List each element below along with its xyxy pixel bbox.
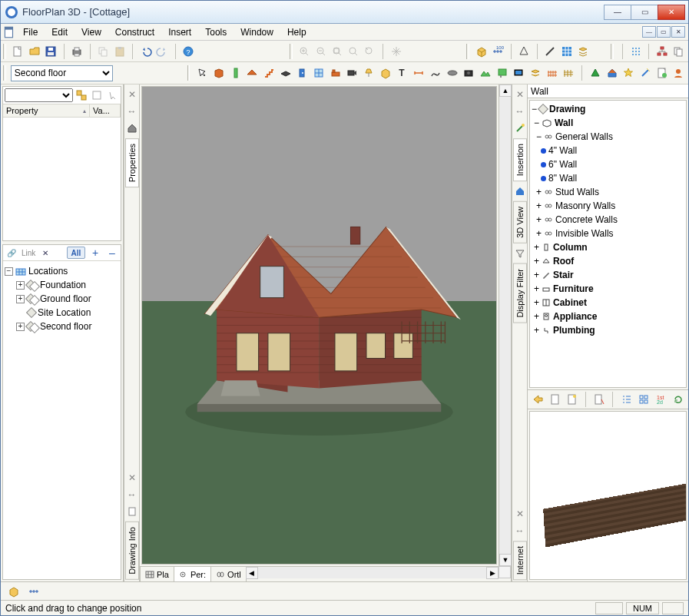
floor-select[interactable]: Second floor bbox=[11, 65, 113, 81]
add-location-button[interactable]: + bbox=[88, 247, 102, 259]
scroll-up-button[interactable]: ▲ bbox=[499, 84, 512, 97]
tree-expand[interactable]: + bbox=[534, 325, 539, 336]
window-tool-button[interactable] bbox=[311, 65, 326, 81]
render-button[interactable] bbox=[588, 65, 603, 81]
selection-tool-button[interactable] bbox=[194, 65, 210, 81]
lib-cat[interactable]: Stair bbox=[553, 270, 574, 280]
tree-expand[interactable]: + bbox=[536, 228, 542, 239]
tree-collapse[interactable]: − bbox=[532, 104, 537, 114]
measure-button[interactable]: 100 bbox=[490, 43, 505, 60]
menu-window[interactable]: Window bbox=[234, 24, 280, 40]
help-button[interactable]: ? bbox=[181, 43, 196, 60]
tree-expand[interactable]: + bbox=[534, 242, 539, 253]
bottom-measure-button[interactable] bbox=[25, 583, 42, 600]
box-tool-button[interactable] bbox=[378, 65, 393, 81]
scroll-right-button[interactable]: ▶ bbox=[486, 567, 499, 579]
tree-item-label[interactable]: Second floor bbox=[40, 321, 91, 332]
new-button[interactable] bbox=[11, 43, 25, 60]
lib-open-button[interactable] bbox=[547, 391, 562, 408]
viewtab-perspective[interactable]: Per: bbox=[174, 566, 211, 581]
column-tool-button[interactable] bbox=[228, 65, 243, 81]
scroll-left-button[interactable]: ◀ bbox=[246, 567, 258, 579]
tree-expand[interactable]: + bbox=[16, 323, 25, 331]
lib-sort-button[interactable]: 1st2d bbox=[653, 391, 668, 408]
tree-collapse[interactable]: − bbox=[536, 131, 542, 142]
vtab-close-icon[interactable]: ✕ bbox=[514, 508, 526, 520]
library-tree[interactable]: −Drawing −Wall −General Walls 4" Wall 6"… bbox=[529, 100, 687, 388]
menu-file[interactable]: File bbox=[16, 24, 45, 40]
door-tool-button[interactable] bbox=[295, 65, 310, 81]
tree-expand[interactable]: + bbox=[16, 281, 25, 290]
stair-tool-button[interactable] bbox=[261, 65, 277, 81]
menu-edit[interactable]: Edit bbox=[45, 24, 75, 40]
light-tool-button[interactable] bbox=[361, 65, 376, 81]
tv-tool-button[interactable] bbox=[511, 65, 526, 81]
minimize-button[interactable]: — bbox=[604, 5, 631, 20]
profile-button[interactable] bbox=[671, 65, 687, 81]
vtab-house-icon[interactable] bbox=[126, 122, 138, 134]
delete-button[interactable]: ✕ bbox=[38, 247, 52, 259]
lib-group[interactable]: Stud Walls bbox=[555, 187, 599, 197]
vtab-displayfilter[interactable]: Display Filter bbox=[513, 263, 527, 323]
tree-collapse[interactable]: − bbox=[534, 118, 539, 128]
camera-tool-button[interactable] bbox=[345, 65, 360, 81]
close-button[interactable]: ✕ bbox=[658, 5, 685, 20]
scroll-down-button[interactable]: ▼ bbox=[499, 554, 512, 566]
lib-cat[interactable]: Appliance bbox=[553, 311, 597, 322]
vtab-arrows-icon[interactable]: ↔ bbox=[514, 525, 526, 537]
tree-item-label[interactable]: Ground floor bbox=[40, 293, 91, 304]
remove-location-button[interactable]: – bbox=[105, 247, 119, 259]
grid-tool-button[interactable] bbox=[559, 43, 574, 60]
tree-expand[interactable]: + bbox=[536, 214, 542, 225]
roof-tool-button[interactable] bbox=[244, 65, 260, 81]
undo-button[interactable] bbox=[138, 43, 153, 60]
property-filter-select[interactable] bbox=[5, 88, 73, 102]
open-button[interactable] bbox=[27, 43, 41, 60]
vtab-wand-icon[interactable] bbox=[514, 122, 526, 134]
zoom-region-button[interactable] bbox=[346, 43, 360, 60]
star-button[interactable] bbox=[621, 65, 636, 81]
copy-button[interactable] bbox=[96, 43, 111, 60]
lib-list1-button[interactable] bbox=[618, 391, 634, 408]
vtab-3dview[interactable]: 3D View bbox=[513, 201, 527, 243]
text-tool-button[interactable]: T bbox=[395, 65, 410, 81]
lib-props-button[interactable] bbox=[591, 391, 607, 408]
paint-tool-button[interactable] bbox=[495, 65, 510, 81]
prop-col-property[interactable]: Property▴ bbox=[3, 104, 90, 117]
menu-insert[interactable]: Insert bbox=[161, 24, 198, 40]
print-button[interactable] bbox=[69, 43, 84, 60]
lib-cat[interactable]: Roof bbox=[553, 256, 574, 267]
locations-tree[interactable]: − Locations +Foundation +Ground floor Si… bbox=[3, 261, 121, 579]
lib-new-button[interactable] bbox=[565, 391, 580, 408]
prop-col-value[interactable]: Va... bbox=[90, 104, 121, 117]
fence-tool-button[interactable] bbox=[545, 65, 560, 81]
menu-help[interactable]: Help bbox=[280, 24, 313, 40]
lib-item[interactable]: 4" Wall bbox=[548, 145, 577, 156]
vtab-house-icon[interactable] bbox=[514, 185, 526, 197]
furniture-tool-button[interactable] bbox=[328, 65, 343, 81]
zoom-fit-button[interactable] bbox=[330, 43, 344, 60]
viewtab-plan[interactable]: Pla bbox=[140, 566, 174, 581]
menu-construct[interactable]: Construct bbox=[108, 24, 161, 40]
camera2-tool-button[interactable] bbox=[461, 65, 476, 81]
tree-expand[interactable]: + bbox=[534, 311, 539, 322]
level-up-button[interactable] bbox=[516, 43, 531, 60]
lib-cat[interactable]: Column bbox=[553, 242, 588, 253]
line-tool-button[interactable] bbox=[543, 43, 558, 60]
tree-item-label[interactable]: Foundation bbox=[40, 280, 86, 290]
zoom-out-button[interactable] bbox=[313, 43, 328, 60]
zoom-in-button[interactable] bbox=[297, 43, 312, 60]
vtab-filter-icon[interactable] bbox=[514, 247, 526, 260]
tree-expand[interactable]: + bbox=[534, 297, 539, 308]
maximize-button[interactable]: ▭ bbox=[631, 5, 658, 20]
vtab-close-icon[interactable]: ✕ bbox=[126, 88, 138, 101]
prop-icon-1[interactable] bbox=[75, 89, 88, 101]
3d-viewport[interactable] bbox=[141, 86, 497, 565]
house-button[interactable] bbox=[605, 65, 620, 81]
property-grid[interactable] bbox=[3, 118, 121, 240]
lib-item[interactable]: 8" Wall bbox=[548, 173, 577, 184]
slab-tool-button[interactable] bbox=[278, 65, 293, 81]
tree-expand[interactable]: + bbox=[536, 200, 542, 211]
vtab-doc-icon[interactable] bbox=[126, 505, 138, 518]
menu-tools[interactable]: Tools bbox=[198, 24, 234, 40]
